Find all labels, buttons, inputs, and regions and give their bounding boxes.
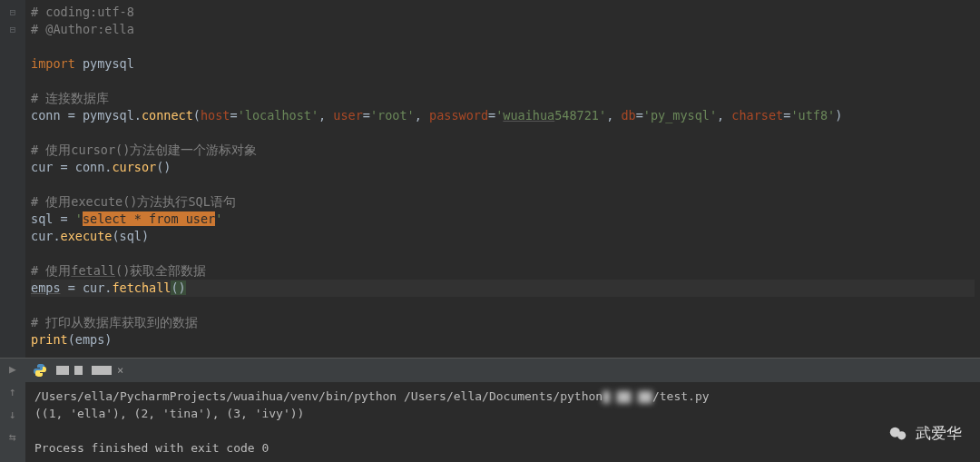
rerun-icon[interactable]: ▶ [9,362,16,376]
terminal-toolbar: ▶ ↑ ↓ ⇆ [0,359,25,462]
watermark-text: 武爱华 [916,423,962,444]
close-icon[interactable]: × [117,364,123,377]
code-line [31,176,975,193]
wechat-icon [888,424,908,444]
code-line [31,124,975,142]
code-line [31,245,975,262]
tab-indicator-icon [92,366,112,375]
terminal-main: × /Users/ella/PycharmProjects/wuaihua/ve… [25,359,980,462]
terminal-panel: ▶ ↑ ↓ ⇆ × /Users/ella/PycharmProjects/wu… [0,358,980,462]
code-line: # @Author:ella [31,21,975,38]
svg-point-1 [897,431,906,439]
tab-indicator-icon [56,366,69,375]
code-line: # 打印从数据库获取到的数据 [31,314,975,331]
code-line: # 使用execute()方法执行SQL语句 [31,193,975,211]
down-icon[interactable]: ↓ [9,408,16,421]
gutter: ⊟ ⊟ [0,0,25,358]
fold-icon[interactable]: ⊟ [0,21,25,38]
code-line: print(emps) [31,331,975,349]
code-line: # 使用fetall()获取全部数据 [31,262,975,280]
watermark: 武爱华 [888,423,962,444]
code-line [31,73,975,90]
python-icon [33,363,47,378]
terminal-tab[interactable]: × [92,364,123,377]
code-line: import pymysql [31,55,975,73]
terminal-tab-bar: × [25,359,980,382]
stop-icon[interactable]: ↑ [9,385,16,398]
code-line: conn = pymysql.connect(host='localhost',… [31,107,975,124]
code-line: cur = conn.cursor() [31,159,975,176]
code-line [31,38,975,55]
tab-indicator-icon [74,366,83,375]
terminal-tab[interactable] [56,366,83,375]
editor-area: ⊟ ⊟ # coding:utf-8 # @Author:ella import… [0,0,980,358]
code-line-current: emps = cur.fetchall() [31,280,975,297]
code-line: cur.execute(sql) [31,228,975,245]
terminal-output[interactable]: /Users/ella/PycharmProjects/wuaihua/venv… [25,382,980,462]
code-area[interactable]: # coding:utf-8 # @Author:ella import pym… [25,0,980,358]
filter-icon[interactable]: ⇆ [9,430,16,444]
code-line: # coding:utf-8 [31,4,975,21]
code-line: # 使用cursor()方法创建一个游标对象 [31,142,975,159]
fold-icon[interactable]: ⊟ [0,4,25,21]
code-line [31,297,975,314]
code-line: # 连接数据库 [31,90,975,107]
code-line: sql = 'select * from user' [31,211,975,228]
